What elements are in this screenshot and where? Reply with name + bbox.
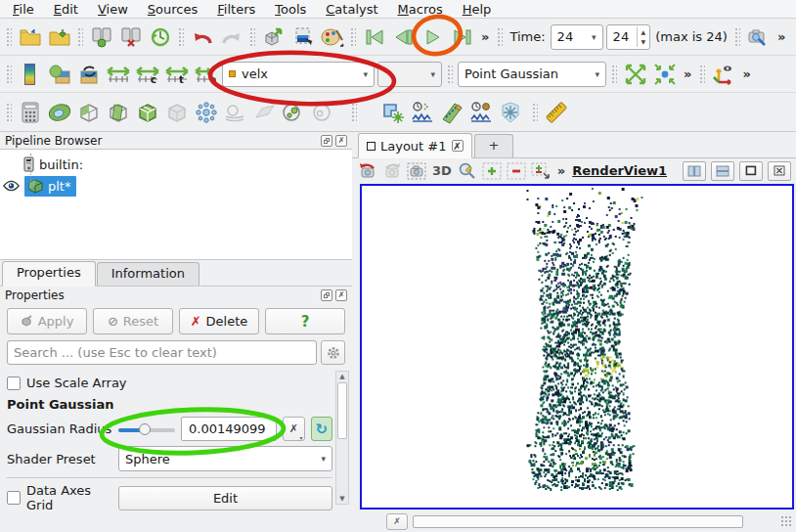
camera-redo-icon[interactable] — [381, 160, 403, 182]
toolbar-grip[interactable] — [6, 103, 12, 122]
add-layout-tab[interactable]: + — [474, 134, 514, 157]
reload-range-button[interactable]: ↻ — [311, 417, 333, 441]
pipeline-selected-item[interactable]: plt* — [24, 176, 76, 197]
visibility-eye-icon[interactable] — [3, 180, 20, 192]
plot-selection-over-time-icon[interactable] — [467, 99, 494, 125]
toolbar-grip[interactable] — [351, 103, 357, 122]
redo-icon[interactable] — [218, 23, 244, 50]
undock-icon[interactable] — [321, 289, 332, 301]
close-view-button[interactable] — [768, 161, 791, 181]
vcr-overflow-icon[interactable]: » — [478, 29, 492, 44]
menu-sources[interactable]: Sources — [139, 1, 206, 18]
calculator-icon[interactable] — [17, 99, 43, 125]
toolbar-grip[interactable] — [178, 27, 184, 47]
scroll-up-icon[interactable]: ▲ — [339, 373, 344, 380]
edit-colormap-icon[interactable] — [17, 61, 43, 87]
scroll-down-icon[interactable]: ▼ — [339, 495, 344, 503]
play-icon[interactable] — [420, 23, 446, 50]
connect-server-icon[interactable] — [88, 23, 114, 50]
menu-tools[interactable]: Tools — [266, 1, 315, 18]
color-palette-icon[interactable] — [319, 23, 345, 50]
toolbar-grip[interactable] — [611, 65, 617, 84]
apply-button[interactable]: Apply — [7, 308, 87, 334]
reset-camera-icon[interactable] — [622, 61, 648, 87]
next-frame-icon[interactable] — [449, 23, 475, 50]
color-array-combo[interactable]: velx ▾ — [222, 62, 375, 87]
data-axes-grid-checkbox[interactable] — [7, 491, 21, 505]
solid-color-icon[interactable] — [46, 61, 72, 87]
warp-icon[interactable] — [251, 99, 278, 125]
tab-properties[interactable]: Properties — [2, 261, 96, 287]
toolbar-grip[interactable] — [447, 65, 453, 84]
reset-button[interactable]: ⊘ Reset — [93, 308, 173, 334]
spin-up-icon[interactable]: ▲ — [638, 27, 650, 37]
interaction-mode-3d[interactable]: 3D — [430, 163, 454, 178]
first-frame-icon[interactable] — [361, 23, 387, 50]
maximize-view-button[interactable] — [739, 161, 763, 181]
toolbar-grip[interactable] — [497, 27, 503, 47]
menu-view[interactable]: View — [89, 1, 137, 18]
plot-over-line-icon[interactable] — [438, 99, 464, 125]
render-canvas[interactable] — [362, 186, 792, 508]
resize-grip[interactable] — [780, 515, 792, 527]
load-palette-icon[interactable] — [289, 23, 316, 50]
camera-undo-icon[interactable] — [357, 160, 378, 182]
gaussian-radius-value[interactable]: 0.00149099 — [181, 417, 277, 441]
axes-orientation-icon[interactable] — [710, 61, 736, 87]
close-tab-icon[interactable]: ✗ — [452, 140, 464, 152]
slider-handle[interactable] — [139, 423, 151, 435]
grow-selection-icon[interactable] — [530, 160, 552, 182]
render-view-title[interactable]: RenderView1 — [572, 163, 667, 178]
pipeline-item-source[interactable]: plt* — [0, 175, 352, 197]
split-vertical-button[interactable] — [711, 161, 734, 181]
help-button[interactable]: ? — [265, 308, 345, 334]
spin-down-icon[interactable]: ▼ — [638, 37, 650, 47]
reset-value-button[interactable]: ✗ — [283, 417, 305, 441]
representation-combo[interactable]: Point Gaussian ▾ — [458, 62, 606, 87]
undock-icon[interactable] — [321, 135, 332, 147]
time-combo[interactable]: 24▾ — [551, 24, 603, 50]
zoom-to-data-camera-icon[interactable] — [745, 23, 772, 50]
contour-icon[interactable] — [46, 99, 72, 125]
gaussian-radius-slider[interactable] — [118, 421, 175, 437]
properties-scrollbar[interactable]: ▲ ▼ — [335, 371, 349, 505]
tab-information[interactable]: Information — [97, 262, 199, 286]
scrollbar-thumb[interactable] — [337, 382, 347, 439]
zoom-closest-icon[interactable] — [651, 61, 678, 87]
remove-selection-icon[interactable] — [506, 160, 527, 182]
menu-macros[interactable]: Macros — [389, 1, 452, 18]
save-data-icon[interactable] — [46, 23, 72, 50]
menu-edit[interactable]: Edit — [45, 1, 87, 18]
toolbar-grip[interactable] — [6, 27, 12, 47]
search-input[interactable] — [7, 340, 317, 365]
choose-preset-icon[interactable] — [75, 61, 102, 87]
rescale-temporal-range-icon[interactable]: t — [163, 61, 190, 87]
axes-overflow-icon[interactable]: » — [739, 66, 753, 81]
capture-screenshot-icon[interactable] — [406, 160, 427, 182]
use-scale-array-checkbox[interactable] — [7, 377, 21, 390]
undo-icon[interactable] — [189, 23, 215, 50]
component-combo[interactable]: ▾ — [377, 62, 442, 87]
clip-icon[interactable] — [75, 99, 102, 125]
toolbar-grip[interactable] — [699, 65, 705, 84]
ruler-icon[interactable] — [543, 99, 569, 125]
toolbar-grip[interactable] — [77, 27, 83, 47]
toolbar-grip[interactable] — [249, 27, 255, 47]
group-datasets-icon[interactable] — [281, 99, 307, 125]
data-axes-grid-edit-button[interactable]: Edit — [118, 486, 332, 510]
open-file-icon[interactable] — [17, 23, 43, 50]
auto-apply-icon[interactable] — [260, 23, 287, 50]
menu-file[interactable]: File — [4, 1, 43, 18]
stream-tracer-icon[interactable] — [222, 99, 248, 125]
menu-filters[interactable]: Filters — [208, 1, 264, 18]
toolbar-grip[interactable] — [532, 103, 538, 122]
viewbar-overflow-icon[interactable]: » — [554, 163, 568, 178]
rescale-custom-range-icon[interactable]: c — [134, 61, 160, 87]
delete-button[interactable]: ✗ Delete — [179, 308, 259, 334]
zoom-to-box-icon[interactable] — [457, 160, 478, 182]
reset-session-icon[interactable] — [147, 23, 173, 50]
rescale-data-range-icon[interactable] — [105, 61, 131, 87]
camera-overflow-icon[interactable]: » — [681, 66, 694, 81]
disconnect-server-icon[interactable] — [117, 23, 144, 50]
extract-block-icon[interactable] — [379, 99, 406, 125]
